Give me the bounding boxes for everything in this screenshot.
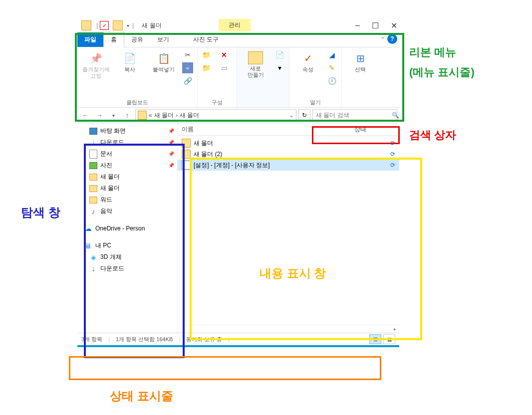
history-icon[interactable]: 🕘 — [326, 75, 337, 86]
navpane-item[interactable]: 워드 — [77, 194, 177, 206]
navpane-item[interactable]: 사진📌 — [77, 160, 177, 171]
item-name: [설정] - [계정] - [사용자 정보] — [194, 161, 270, 170]
shortcut-icon[interactable]: 🔗 — [182, 75, 193, 86]
tab-picture-tools[interactable]: 사진 도구 — [186, 32, 226, 47]
paste-button[interactable]: 📋 붙여넣기 — [148, 49, 179, 75]
breadcrumb-2[interactable]: 새 몰더 — [180, 111, 199, 120]
item-name: 새 몰더 — [194, 139, 213, 148]
recent-dropdown[interactable]: ▾ — [107, 109, 119, 121]
copy-label: 복사 — [124, 66, 135, 73]
navpane-item[interactable]: ♪음악 — [77, 206, 177, 217]
navpane-item[interactable]: 새 몰더 — [77, 183, 177, 194]
tab-home[interactable]: 홈 — [103, 32, 124, 47]
qat-folder-icon[interactable] — [113, 20, 123, 30]
col-name[interactable]: 이름 — [182, 125, 311, 134]
view-details-button[interactable]: ☰ — [369, 334, 381, 344]
copyto-icon[interactable]: 📁 — [201, 62, 212, 73]
properties-button[interactable]: ✓ 속성 — [292, 49, 323, 75]
download-icon: ↓ — [89, 265, 97, 273]
search-box[interactable]: 🔍 — [312, 109, 397, 121]
qat-dropdown-icon[interactable]: ▾ — [127, 23, 129, 28]
delete-icon[interactable]: ✕ — [219, 49, 230, 60]
explorer-window: | ✓ ▾ | 새 몰더 관리 – ☐ ✕ 파일 홈 공유 보기 사진 도구 ⌃… — [77, 19, 399, 347]
list-item[interactable]: 새 몰더⟳ — [178, 138, 399, 149]
new-folder-button[interactable]: 새로 만들기 — [240, 49, 271, 80]
paste-icon: 📋 — [157, 51, 171, 65]
list-item[interactable]: 새 몰더 (2)⟳ — [178, 149, 399, 160]
back-button[interactable]: ← — [79, 109, 91, 121]
new-label: 새로 만들기 — [248, 65, 264, 78]
select-label: 선택 — [355, 66, 366, 73]
open-icon[interactable]: ◢ — [326, 49, 337, 60]
navpane-item[interactable]: 바탕 화면📌 — [77, 125, 177, 137]
col-sort-icon[interactable]: ˆ — [311, 126, 354, 133]
ribbon-tabs: 파일 홈 공유 보기 사진 도구 ⌃ ? — [77, 32, 399, 47]
newitem-icon[interactable]: 📄 — [274, 49, 285, 60]
ribbon-group-organize: 📁 📁 ✕ ▭ 구성 — [198, 47, 237, 107]
view-icons-button[interactable]: ▦ — [383, 334, 395, 344]
tab-view[interactable]: 보기 — [150, 32, 176, 47]
list-item[interactable]: [설정] - [계정] - [사용자 정보]⟳ — [178, 160, 399, 171]
scroll-right-icon[interactable]: ▸ — [178, 325, 399, 333]
copy-button[interactable]: 📄 복사 — [114, 49, 145, 75]
edit-icon[interactable]: ✎ — [326, 62, 337, 73]
navpane-item[interactable]: ↓다운로드📌 — [77, 137, 177, 148]
collapse-ribbon-icon[interactable]: ⌃ — [380, 36, 385, 43]
pc-icon: 🖥 — [84, 242, 92, 250]
copypath-icon[interactable]: w — [182, 62, 193, 73]
close-button[interactable]: ✕ — [391, 21, 397, 30]
navigation-pane[interactable]: 바탕 화면📌↓다운로드📌문서📌사진📌새 몰더새 몰더워드♪음악☁OneDrive… — [77, 123, 178, 333]
breadcrumb-1[interactable]: 새 몰더 — [154, 111, 174, 120]
address-chevron[interactable]: « — [149, 112, 152, 119]
folder-icon — [182, 150, 191, 159]
navpane-item-label: 내 PC — [95, 241, 111, 250]
navpane-item[interactable]: 문서📌 — [77, 148, 177, 160]
navpane-item-label: 사진 — [100, 161, 112, 170]
navpane-item[interactable]: ☁OneDrive - Person — [77, 223, 177, 234]
select-button[interactable]: ⊞ 선택 — [345, 49, 376, 75]
navpane-item[interactable]: 새 몰더 — [77, 171, 177, 183]
maximize-button[interactable]: ☐ — [372, 21, 379, 30]
search-input[interactable] — [315, 111, 392, 119]
ribbon-group-select: ⊞ 선택 — [342, 47, 379, 107]
qat-properties-icon[interactable]: ✓ — [100, 21, 109, 30]
window-title: 새 몰더 — [142, 21, 161, 30]
cut-icon[interactable]: ✂ — [182, 49, 193, 60]
contextual-tab[interactable]: 관리 — [219, 19, 251, 31]
search-icon[interactable]: 🔍 — [392, 112, 399, 119]
forward-button[interactable]: → — [93, 109, 105, 121]
moveto-icon[interactable]: 📁 — [201, 49, 212, 60]
col-status[interactable]: 상태 — [354, 125, 399, 134]
qat-separator: | — [96, 22, 98, 29]
status-sep-1: | — [108, 336, 110, 342]
address-dropdown-icon[interactable]: ⌄ — [289, 112, 294, 119]
minimize-button[interactable]: – — [355, 21, 360, 30]
titlebar[interactable]: | ✓ ▾ | 새 몰더 관리 — [77, 19, 399, 32]
file-list[interactable]: 새 몰더⟳새 몰더 (2)⟳[설정] - [계정] - [사용자 정보]⟳ — [178, 136, 399, 325]
cloud-icon: ☁ — [84, 224, 92, 232]
navpane-item[interactable]: ◈3D 개체 — [77, 251, 177, 263]
navpane-item[interactable]: ↓다운로드 — [77, 263, 177, 274]
navpane-item[interactable]: 🖥내 PC — [77, 240, 177, 251]
status-accent — [77, 345, 399, 347]
pin-icon: 📌 — [168, 140, 174, 145]
pin-button[interactable]: 📌 즐겨찾기에 고정 — [80, 49, 111, 81]
ribbon-group-open: ✓ 속성 ◢ ✎ 🕘 열기 — [289, 47, 342, 107]
help-button[interactable]: ? — [387, 34, 397, 44]
rename-icon[interactable]: ▭ — [219, 62, 230, 73]
address-bar[interactable]: « 새 몰더 › 새 몰더 ⌄ — [135, 109, 296, 121]
tab-file[interactable]: 파일 — [77, 32, 103, 47]
group-clipboard-label: 클립보드 — [126, 99, 148, 106]
annotation-search-label: 검색 상자 — [409, 128, 456, 143]
easyaccess-icon[interactable]: ▾ — [274, 62, 285, 73]
ribbon-group-clipboard: 📌 즐겨찾기에 고정 📄 복사 📋 붙여넣기 ✂ w 🔗 클립보드 — [77, 47, 198, 107]
folder-icon — [81, 20, 91, 30]
refresh-button[interactable]: ↻ — [298, 109, 310, 121]
folder-icon — [182, 139, 191, 148]
folder-icon — [89, 173, 97, 181]
up-button[interactable]: ↑ — [121, 109, 133, 121]
tab-share[interactable]: 공유 — [124, 32, 150, 47]
annotation-status-box — [69, 356, 381, 380]
status-count: 3개 항목 — [81, 336, 102, 343]
column-headers[interactable]: 이름 ˆ 상태 — [178, 123, 399, 136]
